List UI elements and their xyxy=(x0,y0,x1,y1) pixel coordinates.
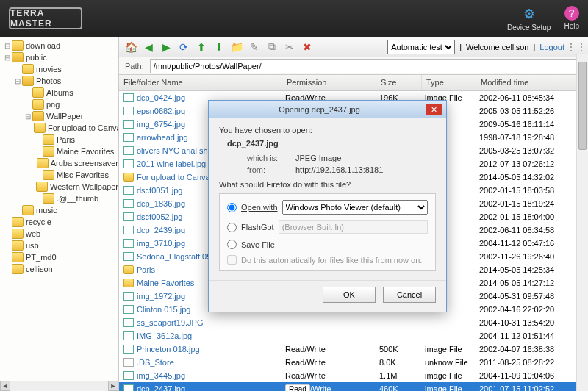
col-size[interactable]: Size xyxy=(376,75,422,90)
save-file-radio[interactable] xyxy=(227,240,237,249)
path-input[interactable] xyxy=(150,59,584,73)
dialog-titlebar[interactable]: Opening dcp_2437.jpg ✕ xyxy=(209,101,446,118)
tree-node-png[interactable]: png xyxy=(0,98,118,110)
scroll-right-icon[interactable]: ► xyxy=(108,381,118,391)
forward-icon[interactable]: ▶ xyxy=(159,40,173,54)
welcome-text: Welcome cellison xyxy=(466,43,528,51)
save-file-option[interactable]: Save File xyxy=(227,240,428,249)
cancel-button[interactable]: Cancel xyxy=(383,287,436,303)
tree-node-paris[interactable]: Paris xyxy=(0,134,118,146)
help-button[interactable]: ? Help xyxy=(564,6,579,32)
tree-node-cellison[interactable]: cellison xyxy=(0,263,118,275)
table-row[interactable]: .DS_StoreRead/Write8.0Kunknow File2011-0… xyxy=(119,356,588,369)
folder-tree: ⊟download⊟publicmovies⊟PhotosAlbumspng⊟W… xyxy=(0,37,119,391)
sidebar-hscroll[interactable]: ◄ ► xyxy=(0,381,118,391)
close-icon[interactable]: ✕ xyxy=(426,104,442,115)
device-setup-button[interactable]: ⚙ Device Setup xyxy=(507,6,551,32)
tree-node-music[interactable]: music xyxy=(0,204,118,216)
tree-node-pt_md0[interactable]: PT_md0 xyxy=(0,251,118,263)
col-name[interactable]: File/folder Name xyxy=(119,75,282,90)
tree-node-download[interactable]: ⊟download xyxy=(0,40,118,51)
app-header: TERRA MASTER ⚙ Device Setup ? Help xyxy=(0,0,588,37)
brand-logo: TERRA MASTER xyxy=(9,7,82,29)
cut-icon[interactable]: ✂ xyxy=(282,40,297,54)
edit-icon[interactable]: ✎ xyxy=(247,40,262,54)
path-bar: Path: xyxy=(119,57,588,75)
dialog-open-label: You have chosen to open: xyxy=(219,126,436,134)
tree-node-wallpaper[interactable]: ⊟WallPaper xyxy=(0,110,118,122)
flashgot-radio[interactable] xyxy=(227,223,237,232)
logout-link[interactable]: Logout xyxy=(539,43,564,51)
help-icon: ? xyxy=(564,6,579,21)
refresh-icon[interactable]: ⟳ xyxy=(176,40,191,54)
open-with-option[interactable]: Open with Windows Photo Viewer (default) xyxy=(227,200,428,215)
open-file-dialog: Opening dcp_2437.jpg ✕ You have chosen t… xyxy=(208,100,447,312)
back-icon[interactable]: ◀ xyxy=(141,40,156,54)
col-perm[interactable]: Permission xyxy=(282,75,376,90)
scroll-left-icon[interactable]: ◄ xyxy=(0,381,10,391)
tree-node-recycle[interactable]: recycle xyxy=(0,216,118,228)
tree-node-thumb[interactable]: .@__thumb xyxy=(0,193,118,204)
flashgot-option[interactable]: FlashGot (Browser Built In) xyxy=(227,220,428,234)
table-header: File/folder Name Permission Size Type Mo… xyxy=(119,75,588,91)
tree-node-maine[interactable]: Maine Favorites xyxy=(0,146,118,157)
gear-icon: ⚙ xyxy=(521,6,537,22)
tree-node-web[interactable]: web xyxy=(0,228,118,240)
col-mtime[interactable]: Modified time xyxy=(476,75,588,90)
tree-node-for_upload[interactable]: For upload to Canvas xyxy=(0,122,118,134)
home-icon[interactable]: 🏠 xyxy=(123,40,138,54)
path-label: Path: xyxy=(119,62,150,71)
table-row[interactable]: ss_seaport19.JPG2004-10-31 13:54:20 xyxy=(119,316,588,329)
tree-node-western[interactable]: Western Wallpaper xyxy=(0,181,118,193)
tree-node-movies[interactable]: movies xyxy=(0,63,118,75)
menu-icon[interactable]: ⋮⋮ xyxy=(569,40,584,54)
download-icon[interactable]: ⬇ xyxy=(212,40,226,54)
table-row[interactable]: Princeton 018.jpgRead/Write500Kimage Fil… xyxy=(119,342,588,356)
dialog-filename: dcp_2437.jpg xyxy=(223,139,436,148)
upload-icon[interactable]: ⬆ xyxy=(194,40,209,54)
table-row[interactable]: dcp_2437.jpgRead/Write460Kimage File2001… xyxy=(119,382,588,391)
copy-icon[interactable]: ⧉ xyxy=(265,40,279,54)
mode-select[interactable]: Automatic test xyxy=(387,40,455,54)
table-row[interactable]: IMG_3612a.jpg2004-11-12 01:51:44 xyxy=(119,329,588,342)
auto-checkbox xyxy=(227,255,237,265)
open-with-radio[interactable] xyxy=(227,203,237,212)
delete-icon[interactable]: ✖ xyxy=(300,40,315,54)
toolbar: 🏠 ◀ ▶ ⟳ ⬆ ⬇ 📁 ✎ ⧉ ✂ ✖ Automatic test | W… xyxy=(119,37,588,57)
col-type[interactable]: Type xyxy=(422,75,476,90)
new-folder-icon[interactable]: 📁 xyxy=(229,40,244,54)
tree-node-photos[interactable]: ⊟Photos xyxy=(0,75,118,87)
tree-node-albums[interactable]: Albums xyxy=(0,87,118,98)
tree-node-aruba[interactable]: Aruba screensaver xyxy=(0,157,118,169)
auto-checkbox-row[interactable]: Do this automatically for files like thi… xyxy=(227,255,428,265)
open-with-select[interactable]: Windows Photo Viewer (default) xyxy=(282,200,428,215)
tree-node-usb[interactable]: usb xyxy=(0,240,118,251)
tree-node-misc[interactable]: Misc Favorites xyxy=(0,169,118,181)
tree-node-public[interactable]: ⊟public xyxy=(0,51,118,63)
vscrollbar[interactable] xyxy=(576,54,588,391)
ok-button[interactable]: OK xyxy=(323,287,376,303)
table-row[interactable]: img_3445.jpgRead/Write1.1Mimage File2004… xyxy=(119,369,588,382)
dialog-question: What should Firefox do with this file? xyxy=(219,180,436,189)
